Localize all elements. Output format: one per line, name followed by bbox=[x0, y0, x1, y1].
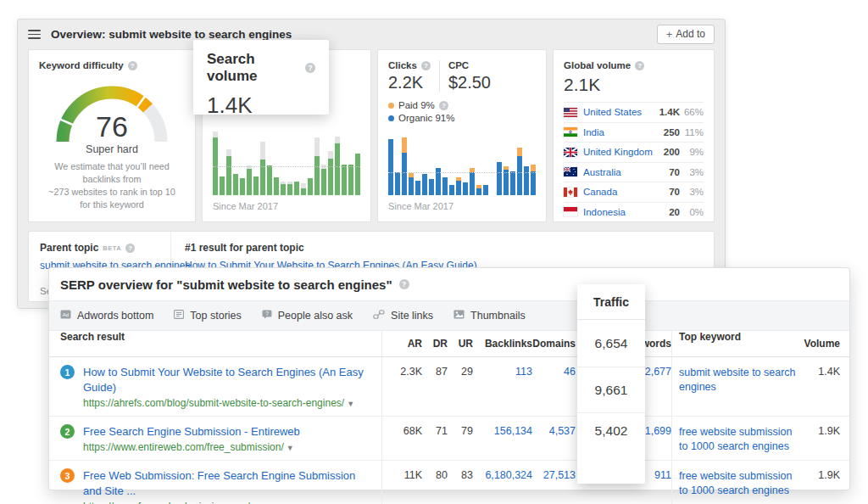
us-flag-icon bbox=[564, 108, 577, 117]
adwords-icon: Ad bbox=[60, 310, 71, 322]
country-row: United States 1.4K 66% bbox=[564, 102, 704, 122]
clicks-value: 2.2K bbox=[388, 73, 431, 92]
difficulty-gauge: 76 Super hard bbox=[53, 72, 171, 160]
canada-flag-icon bbox=[564, 188, 577, 197]
position-badge: 2 bbox=[60, 424, 75, 439]
overview-card: Overview: submit website to search engin… bbox=[17, 19, 726, 309]
beta-badge: BETA bbox=[103, 244, 121, 252]
thumbnails-icon bbox=[453, 310, 465, 322]
backlinks-link[interactable]: 156,134 bbox=[473, 417, 532, 437]
australia-flag-icon bbox=[564, 167, 577, 176]
help-icon[interactable]: ? bbox=[128, 61, 137, 70]
traffic-column-popup: Traffic 6,654 9,661 5,402 bbox=[577, 284, 645, 484]
global-volume-total: 2.1K bbox=[564, 75, 704, 95]
feature-people-also-ask: ? People also ask bbox=[262, 310, 353, 322]
organic-dot bbox=[388, 115, 394, 121]
overview-card-header: Overview: submit website to search engin… bbox=[18, 20, 725, 49]
result-url-link[interactable]: https://ahrefs.com/blog/submit-website-t… bbox=[83, 397, 344, 409]
backlinks-link[interactable]: 113 bbox=[473, 357, 532, 378]
country-row: Canada 70 3% bbox=[564, 182, 704, 202]
difficulty-score: 76 bbox=[96, 110, 128, 143]
global-volume-panel: Global volume ? 2.1K United States 1.4K … bbox=[553, 49, 715, 222]
country-row: United Kingdom 200 9% bbox=[564, 142, 704, 162]
add-to-label: Add to bbox=[676, 28, 705, 40]
url-dropdown-icon[interactable]: ▼ bbox=[347, 400, 354, 408]
country-link[interactable]: United States bbox=[583, 107, 642, 117]
clicks-label: Clicks bbox=[388, 60, 417, 70]
help-icon[interactable]: ? bbox=[125, 244, 135, 253]
serp-table-row: 2 Free Search Engine Submission - Entire… bbox=[49, 417, 849, 461]
serp-table-row: 3 Free Web Submission: Free Search Engin… bbox=[49, 461, 849, 504]
india-flag-icon bbox=[564, 127, 577, 137]
result-title-link[interactable]: How to Submit Your Website to Search Eng… bbox=[83, 366, 364, 394]
difficulty-level: Super hard bbox=[86, 143, 138, 155]
paid-dot bbox=[388, 103, 394, 109]
help-icon[interactable]: ? bbox=[439, 101, 448, 110]
traffic-value: 9,661 bbox=[577, 367, 645, 413]
search-volume-title: Search volume bbox=[207, 51, 299, 85]
page-title: Overview: submit website to search engin… bbox=[51, 28, 292, 41]
backlinks-link[interactable]: 6,180,324 bbox=[473, 461, 532, 481]
result-url-link[interactable]: https://www.freewebsubmission.com/ bbox=[83, 501, 250, 504]
paid-label: Paid 9% bbox=[398, 100, 435, 110]
traffic-header: Traffic bbox=[577, 284, 645, 320]
country-row: Indonesia 20 0% bbox=[564, 202, 704, 222]
people-also-ask-icon: ? bbox=[262, 310, 272, 322]
feature-top-stories: Top stories bbox=[174, 310, 241, 322]
cpc-value: $2.50 bbox=[448, 73, 491, 92]
country-list: United States 1.4K 66% India 250 11% Uni… bbox=[564, 102, 704, 221]
search-volume-popup: Search volume ? 1.4K bbox=[193, 40, 329, 115]
svg-text:Ad: Ad bbox=[63, 312, 69, 317]
top-keyword-link[interactable]: free website submission to 1000 search e… bbox=[671, 417, 798, 460]
svg-text:?: ? bbox=[265, 311, 269, 316]
feature-site-links: Site links bbox=[373, 310, 433, 322]
result-title-link[interactable]: Free Web Submission: Free Search Engine … bbox=[83, 469, 355, 497]
feature-thumbnails: Thumbnails bbox=[453, 310, 526, 322]
serp-features-row: Ad Adwords bottom Top stories ? People a… bbox=[49, 300, 849, 331]
site-links-icon bbox=[373, 310, 385, 322]
domains-link[interactable]: 46 bbox=[532, 357, 576, 378]
average-line bbox=[388, 172, 536, 173]
metric-panels: Keyword difficulty ? bbox=[18, 49, 725, 222]
top-keyword-link[interactable]: submit website to search engines bbox=[671, 357, 798, 416]
feature-adwords-bottom: Ad Adwords bottom bbox=[60, 310, 153, 322]
domains-link[interactable]: 4,537 bbox=[532, 417, 576, 437]
traffic-value: 6,654 bbox=[577, 320, 645, 367]
top-stories-icon bbox=[174, 310, 184, 322]
country-link[interactable]: Indonesia bbox=[583, 207, 626, 217]
country-link[interactable]: United Kingdom bbox=[583, 147, 653, 157]
result-title-link[interactable]: Free Search Engine Submission - Entirewe… bbox=[83, 425, 300, 438]
clicks-chart bbox=[388, 134, 536, 195]
top-keyword-link[interactable]: free website submission to 1000 search e… bbox=[671, 461, 798, 504]
cpc-label: CPC bbox=[448, 60, 491, 70]
country-link[interactable]: India bbox=[583, 127, 604, 137]
result-url-link[interactable]: https://www.entireweb.com/free_submissio… bbox=[83, 441, 284, 453]
plus-icon: + bbox=[666, 29, 673, 40]
indonesia-flag-icon bbox=[564, 207, 577, 216]
serp-title: SERP overview for "submit website to sea… bbox=[60, 277, 392, 292]
country-link[interactable]: Australia bbox=[583, 167, 621, 177]
parent-result-label: #1 result for parent topic bbox=[185, 242, 700, 254]
clicks-panel: Clicks ? 2.2K CPC $2.50 Paid 9% bbox=[377, 49, 547, 222]
serp-overview-card: SERP overview for "submit website to sea… bbox=[48, 267, 850, 490]
position-badge: 1 bbox=[60, 365, 75, 379]
url-dropdown-icon[interactable]: ▼ bbox=[287, 444, 294, 452]
position-badge: 3 bbox=[60, 468, 75, 483]
parent-topic-label: Parent topic bbox=[40, 242, 98, 254]
help-icon[interactable]: ? bbox=[305, 63, 315, 73]
keyword-difficulty-label: Keyword difficulty bbox=[39, 60, 124, 70]
serp-table-row: 1 How to Submit Your Website to Search E… bbox=[49, 357, 849, 417]
clicks-legend: Paid 9% ? Organic 91% bbox=[388, 100, 536, 123]
menu-icon[interactable] bbox=[28, 30, 41, 39]
organic-label: Organic 91% bbox=[398, 113, 454, 123]
help-icon[interactable]: ? bbox=[421, 61, 431, 70]
page: Overview: submit website to search engin… bbox=[0, 0, 868, 504]
country-row: India 250 11% bbox=[564, 122, 704, 143]
add-to-button[interactable]: + Add to bbox=[657, 25, 715, 44]
search-volume-value: 1.4K bbox=[207, 92, 315, 119]
help-icon[interactable]: ? bbox=[635, 61, 644, 70]
help-icon[interactable]: ? bbox=[399, 279, 409, 289]
country-link[interactable]: Canada bbox=[583, 187, 617, 197]
domains-link[interactable]: 27,513 bbox=[532, 461, 576, 481]
divider bbox=[439, 60, 440, 92]
